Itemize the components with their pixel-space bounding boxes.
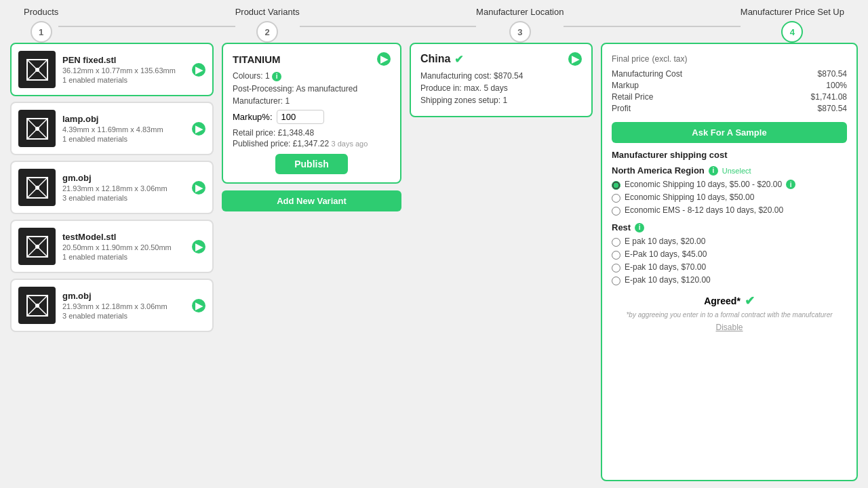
step-2-label: Product Variants bbox=[235, 7, 300, 17]
rest-option-label-0: E pak 10 days, $20.00 bbox=[625, 237, 705, 246]
variant-post-processing-row: Post-Processing: As manufactured bbox=[233, 84, 391, 94]
product-dims-1: 4.39mm x 11.69mm x 4.83mm bbox=[62, 125, 185, 134]
north-america-unselect[interactable]: Unselect bbox=[722, 167, 751, 175]
svg-line-28 bbox=[37, 306, 47, 316]
product-materials-0: 1 enabled materials bbox=[62, 76, 185, 84]
svg-line-9 bbox=[27, 129, 37, 139]
product-card-3[interactable]: testModel.stl 20.50mm x 11.90mm x 20.50m… bbox=[10, 220, 214, 273]
product-icon-3 bbox=[18, 228, 56, 265]
product-card-0[interactable]: PEN fixed.stl 36.12mm x 10.77mm x 135.63… bbox=[10, 43, 214, 96]
manufacturing-cost-row: Manufacturing cost: $870.54 bbox=[420, 71, 582, 81]
shipping-zones-row: Shipping zones setup: 1 bbox=[420, 96, 582, 105]
location-card: China ✔ ▶ Manufacturing cost: $870.54 Pr… bbox=[410, 43, 593, 117]
colours-info-icon[interactable]: i bbox=[272, 72, 281, 81]
north-america-label: North America Region bbox=[612, 165, 705, 176]
svg-line-19 bbox=[27, 237, 37, 247]
location-column: China ✔ ▶ Manufacturing cost: $870.54 Pr… bbox=[410, 43, 593, 481]
rest-info-icon[interactable]: i bbox=[635, 223, 644, 232]
na-option-0[interactable]: Economic Shipping 10 days, $5.00 - $20.0… bbox=[612, 180, 847, 190]
products-column: PEN fixed.stl 36.12mm x 10.77mm x 135.63… bbox=[10, 43, 214, 481]
na-radio-1[interactable] bbox=[612, 194, 620, 203]
product-nav-0[interactable]: ▶ bbox=[192, 63, 205, 77]
svg-line-14 bbox=[37, 178, 47, 188]
location-nav[interactable]: ▶ bbox=[568, 52, 582, 66]
product-nav-2[interactable]: ▶ bbox=[192, 181, 205, 195]
ask-sample-button[interactable]: Ask For A Sample bbox=[612, 122, 847, 143]
svg-line-26 bbox=[37, 296, 47, 306]
variant-manufacturer-row: Manufacturer: 1 bbox=[233, 96, 391, 106]
product-nav-4[interactable]: ▶ bbox=[192, 299, 205, 312]
price-title: Final price (excl. tax) bbox=[612, 52, 847, 64]
rest-radio-2[interactable] bbox=[612, 264, 620, 272]
agreed-check-icon: ✔ bbox=[745, 293, 755, 308]
rest-option-label-2: E-pak 10 days, $70.00 bbox=[625, 262, 706, 272]
svg-line-4 bbox=[37, 70, 47, 80]
rest-radio-0[interactable] bbox=[612, 238, 620, 247]
rest-header: Rest i bbox=[612, 222, 847, 232]
manufacturing-cost-detail: Manufacturing Cost $870.54 bbox=[612, 69, 847, 79]
na-option-1[interactable]: Economic Shipping 10 days, $50.00 bbox=[612, 192, 847, 203]
product-dims-2: 21.93mm x 12.18mm x 3.06mm bbox=[62, 184, 185, 192]
price-card: Final price (excl. tax) Manufacturing Co… bbox=[601, 43, 858, 481]
product-dims-3: 20.50mm x 11.90mm x 20.50mm bbox=[62, 243, 185, 251]
svg-line-22 bbox=[37, 247, 47, 257]
agreed-label: Agreed* bbox=[704, 296, 741, 306]
rest-option-label-3: E-pak 10 days, $120.00 bbox=[625, 275, 711, 285]
disable-link[interactable]: Disable bbox=[612, 323, 847, 332]
north-america-info-icon[interactable]: i bbox=[709, 166, 718, 176]
product-nav-3[interactable]: ▶ bbox=[192, 240, 205, 253]
location-title: China ✔ bbox=[420, 53, 463, 66]
step-4-circle: 4 bbox=[781, 21, 803, 43]
product-name-0: PEN fixed.stl bbox=[62, 55, 185, 65]
rest-option-1[interactable]: E-Pak 10 days, $45.00 bbox=[612, 249, 847, 260]
product-materials-3: 1 enabled materials bbox=[62, 253, 185, 261]
rest-option-2[interactable]: E-pak 10 days, $70.00 bbox=[612, 262, 847, 272]
step-1-circle: 1 bbox=[31, 21, 52, 43]
svg-line-1 bbox=[27, 60, 37, 70]
product-card-4[interactable]: gm.obj 21.93mm x 12.18mm x 3.06mm 3 enab… bbox=[10, 279, 214, 332]
product-info-0: PEN fixed.stl 36.12mm x 10.77mm x 135.63… bbox=[62, 55, 185, 84]
product-card-1[interactable]: lamp.obj 4.39mm x 11.69mm x 4.83mm 1 ena… bbox=[10, 102, 214, 155]
product-icon-1 bbox=[18, 110, 56, 147]
variants-column: TITANIUM ▶ Colours: 1 i Post-Processing:… bbox=[222, 43, 401, 481]
product-nav-1[interactable]: ▶ bbox=[192, 122, 205, 136]
svg-line-2 bbox=[37, 60, 47, 70]
na-radio-2[interactable] bbox=[612, 207, 620, 216]
variant-title: TITANIUM bbox=[233, 54, 281, 65]
add-variant-button[interactable]: Add New Variant bbox=[222, 190, 401, 211]
na-option-label-2: Economic EMS - 8-12 days 10 days, $20.00 bbox=[625, 205, 783, 215]
product-info-2: gm.obj 21.93mm x 12.18mm x 3.06mm 3 enab… bbox=[62, 173, 185, 202]
rest-radio-3[interactable] bbox=[612, 277, 620, 285]
retail-price-detail: Retail Price $1,741.08 bbox=[612, 92, 847, 102]
rest-label: Rest bbox=[612, 222, 631, 232]
product-materials-1: 1 enabled materials bbox=[62, 135, 185, 143]
price-setup-column: Final price (excl. tax) Manufacturing Co… bbox=[601, 43, 858, 481]
rest-option-3[interactable]: E-pak 10 days, $120.00 bbox=[612, 275, 847, 285]
step-2-circle: 2 bbox=[256, 21, 278, 43]
svg-point-29 bbox=[35, 304, 39, 308]
na-option-0-info[interactable]: i bbox=[786, 180, 795, 189]
product-info-3: testModel.stl 20.50mm x 11.90mm x 20.50m… bbox=[62, 232, 185, 261]
north-america-header: North America Region i Unselect bbox=[612, 165, 847, 176]
rest-radio-1[interactable] bbox=[612, 251, 620, 260]
rest-option-0[interactable]: E pak 10 days, $20.00 bbox=[612, 237, 847, 247]
product-name-4: gm.obj bbox=[62, 291, 185, 301]
svg-line-21 bbox=[27, 247, 37, 257]
svg-line-13 bbox=[27, 178, 37, 188]
publish-button[interactable]: Publish bbox=[275, 154, 348, 174]
product-card-2[interactable]: gm.obj 21.93mm x 12.18mm x 3.06mm 3 enab… bbox=[10, 161, 214, 214]
variant-nav[interactable]: ▶ bbox=[377, 52, 391, 66]
na-radio-0[interactable] bbox=[612, 181, 620, 190]
product-info-1: lamp.obj 4.39mm x 11.69mm x 4.83mm 1 ena… bbox=[62, 114, 185, 143]
product-icon-4 bbox=[18, 287, 56, 324]
step-3-circle: 3 bbox=[509, 21, 531, 43]
markup-label: Markup%: bbox=[233, 112, 273, 122]
svg-line-8 bbox=[37, 119, 47, 129]
disclaimer-text: *by aggreeing you enter in to a formal c… bbox=[612, 311, 847, 319]
retail-price-row: Retail price: £1,348.48 bbox=[233, 128, 391, 138]
svg-line-7 bbox=[27, 119, 37, 129]
na-option-2[interactable]: Economic EMS - 8-12 days 10 days, $20.00 bbox=[612, 205, 847, 216]
markup-input[interactable] bbox=[277, 110, 324, 124]
svg-point-11 bbox=[35, 127, 39, 131]
svg-line-16 bbox=[37, 188, 47, 198]
